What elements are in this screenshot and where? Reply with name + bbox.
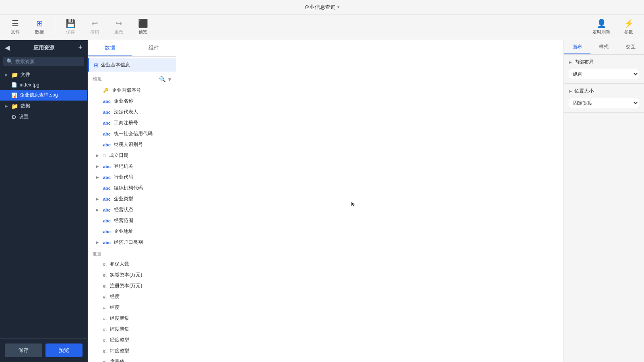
type-abc-icon: abc: [103, 175, 111, 180]
field-label: 纬度: [110, 304, 120, 311]
sidebar-preview-btn[interactable]: 预览: [45, 343, 83, 357]
undo-icon: ↩: [91, 19, 98, 27]
toolbar-save-btn[interactable]: 💾 保存: [60, 18, 81, 37]
type-hash-icon: #.: [103, 294, 107, 299]
dimension-icons: 🔍 ▾: [159, 76, 171, 82]
search-dimension-icon[interactable]: 🔍: [159, 76, 166, 82]
toolbar: ☰ 文件 ⊞ 数据 💾 保存 ↩ 撤销 ↪ 重做 ⬛ 预览 👤 定时刷新 ⚡ 参…: [0, 14, 644, 40]
sidebar-data-label: 数据: [21, 103, 30, 109]
toolbar-data-btn[interactable]: ⊞ 数据: [29, 18, 50, 37]
dimension-item[interactable]: abc组织机构代码: [88, 183, 176, 193]
dimension-more-icon[interactable]: ▾: [168, 76, 171, 82]
toolbar-right: 👤 定时刷新 ⚡ 参数: [588, 18, 639, 37]
field-label: 登记机关: [114, 163, 133, 170]
sidebar-item-data[interactable]: ▶ 📁 数据: [0, 101, 87, 111]
toolbar-file-btn[interactable]: ☰ 文件: [5, 18, 26, 37]
sidebar-item-files[interactable]: ▶ 📁 文件: [0, 69, 87, 80]
expand-icon: ▶: [96, 164, 100, 169]
position-select[interactable]: 固定宽度 自适应宽度: [569, 98, 639, 108]
measure-item[interactable]: #.度量值: [88, 356, 176, 362]
toolbar-divider-1: [55, 19, 55, 35]
sidebar-back-icon[interactable]: ◀: [5, 44, 10, 51]
field-label: 组织机构代码: [114, 185, 143, 191]
params-label: 参数: [624, 29, 633, 35]
dimension-item[interactable]: abc企业地址: [88, 226, 176, 237]
field-label: 企业地址: [114, 228, 133, 235]
position-expand-icon[interactable]: ▶: [569, 89, 572, 93]
preview-icon: ⬛: [138, 19, 148, 27]
field-label: 经济户口类别: [114, 239, 143, 246]
dimension-item[interactable]: ▶abc行业代码: [88, 172, 176, 183]
sidebar-item-settings[interactable]: ▶ ⚙ 设置: [0, 111, 87, 122]
type-date-icon: □: [103, 153, 106, 158]
dimension-item[interactable]: abc纳税人识别号: [88, 139, 176, 150]
measure-item[interactable]: #.参保人数: [88, 259, 176, 269]
params-icon: ⚡: [624, 19, 634, 27]
dimension-item[interactable]: ▶abc经营状态: [88, 204, 176, 215]
right-tab-interact[interactable]: 交互: [617, 40, 644, 54]
sidebar-item-spg[interactable]: 📊 企业信息查询.spg: [0, 90, 87, 101]
toolbar-undo-btn[interactable]: ↩ 撤销: [84, 18, 105, 37]
canvas-area[interactable]: [176, 40, 564, 362]
toolbar-redo-btn[interactable]: ↪ 重做: [108, 18, 129, 37]
measure-item[interactable]: #.经度: [88, 291, 176, 302]
dimension-label: 维度: [93, 76, 102, 82]
dimension-item[interactable]: abc经营范围: [88, 215, 176, 226]
type-abc-icon: abc: [103, 132, 111, 136]
type-abc-icon: abc: [103, 208, 111, 212]
type-abc-icon: abc: [103, 186, 111, 191]
redo-icon: ↪: [116, 19, 122, 27]
type-hash-icon: #.: [103, 305, 107, 310]
sidebar-item-index[interactable]: 📄 index.tpg: [0, 80, 87, 90]
layout-select[interactable]: 纵向 横向: [569, 69, 639, 79]
save-label: 保存: [66, 29, 75, 35]
type-hash-icon: #.: [103, 262, 107, 267]
expand-icon: ▶: [96, 153, 100, 158]
field-label: 企业名称: [114, 98, 133, 105]
dimension-item[interactable]: ▶□成立日期: [88, 150, 176, 161]
dimension-item[interactable]: abc企业名称: [88, 96, 176, 107]
tab-data[interactable]: 数据: [88, 40, 132, 56]
dimension-item[interactable]: abc法定代表人: [88, 107, 176, 117]
tab-component[interactable]: 组件: [132, 40, 176, 56]
title-chevron[interactable]: ▾: [337, 4, 340, 10]
field-label: 工商注册号: [114, 119, 138, 126]
field-label: 经度整型: [110, 337, 129, 343]
dimension-item[interactable]: ▶abc企业类型: [88, 193, 176, 204]
folder-icon: 📁: [11, 72, 18, 78]
right-tab-canvas[interactable]: 画布: [564, 40, 590, 54]
toolbar-preview-btn[interactable]: ⬛ 预览: [132, 18, 153, 37]
measure-item[interactable]: #.经度聚集: [88, 313, 176, 324]
sidebar-save-btn[interactable]: 保存: [5, 343, 42, 357]
data-source-item[interactable]: ⊞ 企业基本信息: [88, 58, 176, 72]
measure-item[interactable]: #.纬度整型: [88, 346, 176, 356]
measure-item[interactable]: #.注册资本(万元): [88, 280, 176, 291]
db-icon: ⊞: [94, 62, 99, 68]
dimension-item[interactable]: abc工商注册号: [88, 117, 176, 128]
field-label: 统一社会信用代码: [114, 130, 153, 137]
dimension-item[interactable]: 🔑企业内部序号: [88, 85, 176, 96]
dimension-item[interactable]: abc统一社会信用代码: [88, 128, 176, 139]
toolbar-params-btn[interactable]: ⚡ 参数: [618, 18, 639, 37]
expand-icon: ▶: [96, 197, 100, 201]
field-label: 注册资本(万元): [110, 282, 142, 289]
search-input[interactable]: [15, 59, 81, 64]
sidebar-search-box[interactable]: 🔍: [3, 57, 84, 66]
dimension-item[interactable]: ▶abc登记机关: [88, 161, 176, 172]
measure-item[interactable]: #.经度整型: [88, 335, 176, 346]
measure-item[interactable]: #.纬度聚集: [88, 324, 176, 335]
measure-item[interactable]: #.实缴资本(万元): [88, 269, 176, 280]
toolbar-schedule-btn[interactable]: 👤 定时刷新: [588, 18, 615, 37]
sidebar-spg-label: 企业信息查询.spg: [20, 92, 58, 99]
dimension-item[interactable]: ▶abc经济户口类别: [88, 237, 176, 248]
layout-title: 内部布局: [574, 59, 594, 66]
right-tab-style[interactable]: 样式: [590, 40, 617, 54]
layout-expand-icon[interactable]: ▶: [569, 60, 572, 64]
type-key-icon: 🔑: [103, 88, 109, 93]
sidebar-add-icon[interactable]: +: [78, 43, 83, 52]
right-section-position: ▶ 位置大小 固定宽度 自适应宽度: [564, 84, 644, 113]
type-hash-icon: #.: [103, 327, 107, 332]
measure-item[interactable]: #.纬度: [88, 302, 176, 313]
schedule-label: 定时刷新: [592, 29, 610, 35]
field-label: 纳税人识别号: [114, 141, 143, 148]
